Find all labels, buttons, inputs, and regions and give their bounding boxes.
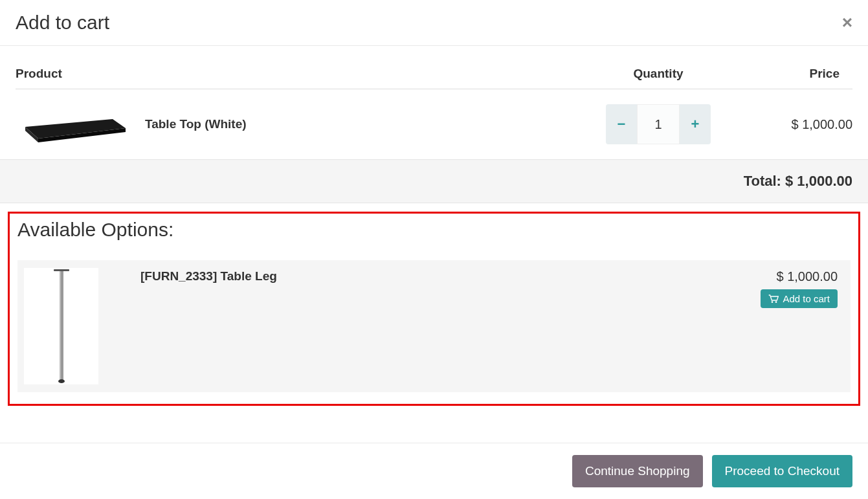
modal-footer: Continue Shopping Proceed to Checkout — [0, 443, 868, 499]
cart-row: Table Top (White) − + $ 1,000.00 — [16, 89, 852, 160]
add-to-cart-button[interactable]: Add to cart — [761, 289, 838, 308]
modal-header: Add to cart × — [0, 0, 868, 46]
quantity-increase-button[interactable]: + — [680, 104, 711, 144]
plus-icon: + — [691, 116, 700, 133]
cart-table: Product Quantity Price — [16, 59, 852, 159]
item-price: $ 1,000.00 — [723, 89, 852, 160]
option-image — [24, 268, 98, 384]
tableleg-icon — [49, 268, 74, 384]
product-name: Table Top (White) — [145, 117, 247, 131]
continue-shopping-button[interactable]: Continue Shopping — [572, 455, 703, 487]
modal-title: Add to cart — [16, 12, 109, 34]
option-name: [FURN_2333] Table Leg — [140, 268, 718, 283]
total-label: Total: — [744, 173, 785, 189]
add-to-cart-label: Add to cart — [783, 293, 830, 304]
svg-point-8 — [775, 301, 777, 303]
cart-icon — [768, 294, 779, 304]
quantity-stepper: − + — [606, 104, 711, 144]
svg-point-6 — [58, 379, 65, 383]
option-price: $ 1,000.00 — [761, 269, 838, 284]
tabletop-icon — [19, 101, 129, 148]
header-price: Price — [723, 59, 852, 89]
svg-point-7 — [772, 301, 773, 303]
quantity-input[interactable] — [637, 104, 680, 144]
total-amount: $ 1,000.00 — [785, 173, 852, 189]
available-options-section: Available Options: [FURN_2333] Table Leg… — [8, 212, 860, 406]
options-title: Available Options: — [17, 219, 851, 241]
product-image — [16, 101, 132, 148]
svg-rect-5 — [60, 271, 61, 380]
option-card: [FURN_2333] Table Leg $ 1,000.00 Add to … — [17, 260, 851, 392]
svg-rect-3 — [54, 269, 69, 271]
header-quantity: Quantity — [594, 59, 723, 89]
close-icon: × — [842, 12, 852, 32]
close-button[interactable]: × — [842, 14, 852, 32]
quantity-decrease-button[interactable]: − — [606, 104, 637, 144]
minus-icon: − — [618, 116, 626, 133]
proceed-to-checkout-button[interactable]: Proceed to Checkout — [712, 455, 852, 487]
total-row: Total: $ 1,000.00 — [0, 159, 868, 203]
header-product: Product — [16, 59, 594, 89]
